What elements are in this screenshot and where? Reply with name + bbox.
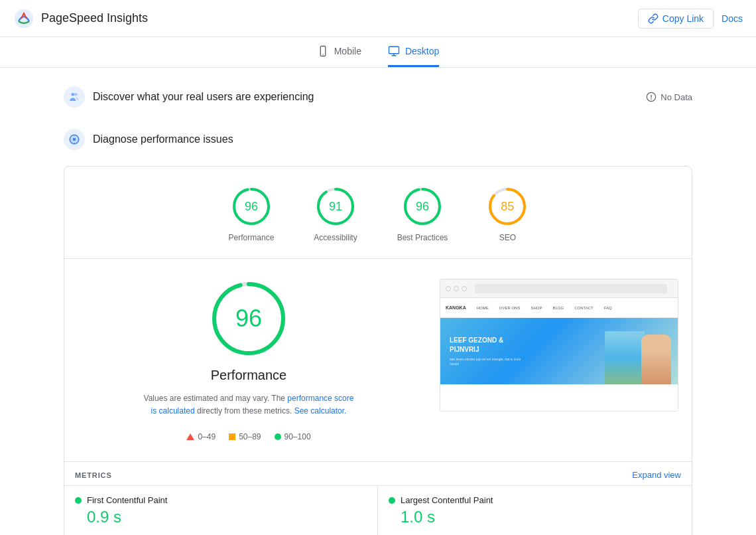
svg-point-9 (73, 138, 76, 141)
metric-fcp-name: First Contentful Paint (87, 495, 167, 505)
score-card: 96 Performance 91 Accessibility (64, 166, 692, 535)
circle-icon (275, 433, 281, 440)
expand-view-button[interactable]: Expand view (632, 470, 681, 480)
best-practices-circle: 96 (403, 187, 442, 226)
hero-text-wrapper: LEEF GEZOND &PIJNVRIJ een leven zonder p… (450, 336, 529, 366)
nav-item-6: FAQ (604, 306, 612, 310)
legend-good: 90–100 (275, 432, 311, 441)
legend-average-range: 50–89 (239, 432, 261, 441)
nav-item-4: BLOG (552, 306, 564, 310)
metrics-header: METRICS Expand view (64, 461, 692, 485)
desc-text-before: Values are estimated and may vary. The (144, 394, 288, 403)
nav-item-3: SHOP (531, 306, 542, 310)
best-practices-score: 96 (416, 200, 429, 214)
metrics-label: METRICS (75, 471, 112, 479)
desktop-icon (388, 45, 400, 57)
performance-score: 96 (245, 200, 258, 214)
screenshot-content: KANGKA HOME OVER ONS SHOP BLOG CONTACT F… (440, 298, 678, 411)
logo-icon (13, 8, 34, 29)
seo-score: 85 (501, 200, 514, 214)
section-header-left: Discover what your real users are experi… (64, 86, 314, 108)
browser-bar (440, 279, 678, 298)
seo-circle: 85 (487, 187, 527, 226)
detail-left: 96 Performance Values are estimated and … (78, 279, 420, 441)
screenshot-logo-text: KANGKA (446, 305, 466, 310)
docs-link[interactable]: Docs (722, 13, 743, 24)
detail-right: KANGKA HOME OVER ONS SHOP BLOG CONTACT F… (440, 279, 678, 441)
users-icon (68, 91, 80, 103)
big-performance-score: 96 (235, 305, 262, 333)
real-users-icon (64, 86, 85, 108)
browser-dot-3 (462, 286, 467, 291)
hand-element (641, 335, 671, 384)
performance-section-header: Diagnose performance issues (64, 123, 692, 155)
svg-point-2 (322, 54, 324, 55)
performance-icon-wrapper (64, 129, 85, 150)
browser-dot-2 (454, 286, 459, 291)
metric-lcp-value: 1.0 s (389, 508, 681, 526)
svg-point-4 (72, 93, 75, 96)
no-data-badge: No Data (646, 92, 692, 102)
legend-good-range: 90–100 (284, 432, 311, 441)
mobile-icon (317, 45, 329, 57)
desc-text-middle: directly from these metrics. (195, 406, 294, 416)
header-left: PageSpeed Insights (13, 8, 148, 29)
legend-fail: 0–49 (186, 432, 216, 441)
legend: 0–49 50–89 90–100 (186, 432, 310, 441)
score-seo: 85 SEO (487, 187, 527, 242)
screenshot-bottom (440, 384, 678, 404)
accessibility-label: Accessibility (314, 233, 357, 242)
accessibility-score: 91 (329, 200, 342, 214)
performance-label: Performance (229, 233, 275, 242)
screenshot-hero: LEEF GEZOND &PIJNVRIJ een leven zonder p… (440, 318, 678, 384)
performance-circle: 96 (231, 187, 271, 226)
svg-point-5 (74, 93, 78, 96)
score-best-practices: 96 Best Practices (397, 187, 448, 242)
legend-fail-range: 0–49 (198, 432, 216, 441)
landscape-bg (605, 331, 645, 384)
copy-link-label: Copy Link (662, 13, 704, 24)
hero-subtitle: een leven zonder pijn en vol energie, da… (450, 357, 529, 366)
nav-item-1: HOME (477, 306, 489, 310)
performance-icon (68, 133, 80, 145)
nav-item-5: CONTACT (574, 306, 594, 310)
triangle-icon (186, 433, 194, 440)
square-icon (229, 433, 235, 440)
tab-bar: Mobile Desktop (0, 37, 756, 68)
header-right: Copy Link Docs (638, 9, 743, 29)
hero-text: LEEF GEZOND &PIJNVRIJ (450, 336, 529, 354)
detail-description: Values are estimated and may vary. The p… (143, 392, 355, 418)
legend-average: 50–89 (229, 432, 261, 441)
metric-fcp-dot (75, 497, 82, 504)
score-accessibility: 91 Accessibility (314, 187, 357, 242)
tab-mobile[interactable]: Mobile (317, 45, 361, 67)
calculator-link[interactable]: See calculator. (294, 406, 347, 416)
copy-link-button[interactable]: Copy Link (638, 9, 714, 29)
score-performance: 96 Performance (229, 187, 275, 242)
address-bar (475, 284, 667, 293)
tab-mobile-label: Mobile (334, 46, 361, 56)
real-users-section: Discover what your real users are experi… (64, 81, 692, 113)
metric-fcp-name-row: First Contentful Paint (75, 495, 367, 505)
header: PageSpeed Insights Copy Link Docs (0, 0, 756, 37)
detail-section: 96 Performance Values are estimated and … (64, 259, 692, 461)
svg-rect-3 (389, 46, 399, 54)
accessibility-circle: 91 (316, 187, 355, 226)
no-data-label: No Data (661, 92, 692, 102)
app-title: PageSpeed Insights (41, 11, 148, 25)
best-practices-label: Best Practices (397, 233, 448, 242)
big-performance-label: Performance (211, 368, 287, 383)
big-performance-circle: 96 (209, 279, 288, 358)
metric-lcp-name: Largest Contentful Paint (401, 495, 493, 505)
metric-fcp: First Contentful Paint 0.9 s (64, 486, 378, 535)
metric-fcp-value: 0.9 s (75, 508, 367, 526)
metrics-grid: First Contentful Paint 0.9 s Largest Con… (64, 485, 692, 535)
link-icon (648, 13, 659, 24)
perf-header-left: Diagnose performance issues (64, 129, 233, 150)
real-users-title: Discover what your real users are experi… (93, 91, 314, 103)
tab-desktop-label: Desktop (405, 46, 439, 56)
browser-dot-1 (446, 286, 451, 291)
tab-desktop[interactable]: Desktop (388, 45, 439, 67)
main-content: Discover what your real users are experi… (53, 68, 703, 535)
metric-lcp: Largest Contentful Paint 1.0 s (378, 486, 692, 535)
